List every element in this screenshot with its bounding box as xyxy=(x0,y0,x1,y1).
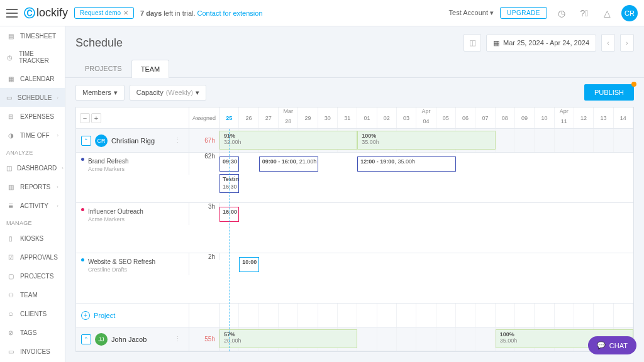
sidebar-item-label: TIMESHEET xyxy=(20,33,56,40)
chevron-right-icon: › xyxy=(57,203,58,209)
schedule-grid: − + Assigned 252627Mar28293031010203Apr0… xyxy=(75,107,634,352)
day-header: 31 xyxy=(338,107,357,128)
task-bar[interactable]: Testing...16:30 -... xyxy=(219,174,239,193)
page-title: Schedule xyxy=(75,36,123,50)
next-button[interactable]: › xyxy=(620,34,634,52)
add-project-label: Project xyxy=(94,312,115,319)
sidebar-item-clients[interactable]: ☺CLIENTS xyxy=(0,304,65,323)
timesheet-icon: ▤ xyxy=(6,31,15,40)
sidebar-item-time-off[interactable]: ◑TIME OFF› xyxy=(0,126,65,145)
trial-notice: 7 days left in trial. Contact for extens… xyxy=(140,9,262,17)
date-range-picker[interactable]: ▦ Mar 25, 2024 - Apr 24, 2024 xyxy=(486,35,596,52)
capacity-bar[interactable]: 100%35.00h xyxy=(357,131,495,150)
sidebar-item-activity[interactable]: ≣ACTIVITY› xyxy=(0,196,65,215)
user-row: ⌃CRChristian Rigg⋮ 67h 91%32.00h100%35.0… xyxy=(76,129,633,153)
chevron-right-icon: › xyxy=(57,184,58,190)
collapse-button[interactable]: ⌃ xyxy=(81,136,91,146)
upgrade-button[interactable]: UPGRADE xyxy=(500,7,547,19)
timer-icon[interactable]: ◷ xyxy=(553,5,570,21)
sidebar-item-time-tracker[interactable]: ◷TIME TRACKER xyxy=(0,45,65,69)
expand-all-button[interactable]: + xyxy=(91,113,101,123)
capacity-filter[interactable]: Capacity (Weekly) ▾ xyxy=(130,85,206,101)
day-header: Apr11 xyxy=(555,107,574,128)
section-analyze: ANALYZE xyxy=(0,145,65,158)
project-dot-icon xyxy=(81,158,84,161)
sidebar-item-label: KIOSKS xyxy=(20,235,43,242)
sidebar-item-reports[interactable]: ▥REPORTS› xyxy=(0,177,65,196)
sidebar-item-label: CLIENTS xyxy=(20,310,47,317)
task-bar[interactable]: 09:00 - 16:00, 21.00h xyxy=(259,156,318,172)
day-header: Mar28 xyxy=(279,107,298,128)
tab-projects[interactable]: PROJECTS xyxy=(75,59,131,77)
task-bar[interactable]: 09:30 -... xyxy=(219,156,239,172)
task-bar[interactable]: 16:00 -... xyxy=(219,207,239,222)
bell-icon[interactable]: △ xyxy=(599,5,615,21)
user-avatar: JJ xyxy=(95,333,108,346)
account-menu[interactable]: Test Account ▾ xyxy=(449,9,494,17)
sidebar-item-label: REPORTS xyxy=(20,184,50,190)
day-header: 03 xyxy=(397,107,416,128)
collapse-all-button[interactable]: − xyxy=(80,113,90,123)
day-header: 25 xyxy=(219,107,239,128)
row-menu-icon[interactable]: ⋮ xyxy=(172,335,184,343)
sidebar-item-label: INVOICES xyxy=(20,348,50,355)
tab-team[interactable]: TEAM xyxy=(131,60,170,78)
day-header: 13 xyxy=(594,107,613,128)
project-name: Website & SEO Refresh xyxy=(88,258,155,265)
add-project-row[interactable]: +Project xyxy=(76,304,633,327)
capacity-bar[interactable]: 57%20.00h xyxy=(219,329,357,348)
project-name: Brand Refresh xyxy=(88,158,128,165)
menu-icon[interactable] xyxy=(6,9,18,18)
day-header: Apr04 xyxy=(416,107,436,128)
sidebar-item-tags[interactable]: ⊘TAGS xyxy=(0,323,65,342)
contact-link[interactable]: Contact for extension xyxy=(197,9,263,17)
prev-button[interactable]: ‹ xyxy=(601,34,615,52)
user-name: Christian Rigg xyxy=(111,137,155,145)
sidebar-item-calendar[interactable]: ▦CALENDAR xyxy=(0,69,65,88)
sidebar-item-label: DASHBOARD xyxy=(17,165,57,172)
sidebar-item-label: APPROVALS xyxy=(20,254,58,261)
sidebar-item-dashboard[interactable]: ◫DASHBOARD› xyxy=(0,158,65,177)
sidebar-item-label: ACTIVITY xyxy=(20,202,48,209)
request-demo-button[interactable]: Request demo✕ xyxy=(74,7,134,19)
sidebar-item-projects[interactable]: ▢PROJECTS xyxy=(0,266,65,285)
top-bar: Ⓒlockify Request demo✕ 7 days left in tr… xyxy=(0,0,644,26)
chart-toggle-button[interactable]: ◫ xyxy=(464,34,481,52)
user-avatar: CR xyxy=(95,134,108,147)
collapse-button[interactable]: ⌃ xyxy=(81,334,91,344)
team-icon: ⚇ xyxy=(6,290,15,299)
publish-button[interactable]: PUBLISH xyxy=(584,84,634,101)
sidebar-item-schedule[interactable]: ▭SCHEDULE› xyxy=(0,88,65,107)
close-icon[interactable]: ✕ xyxy=(123,9,128,16)
chat-widget[interactable]: 💬 CHAT xyxy=(588,336,636,354)
help-icon[interactable]: ?⃝ xyxy=(576,5,592,21)
day-header: 12 xyxy=(574,107,594,128)
plus-icon: + xyxy=(81,311,90,320)
task-bar[interactable]: 12:00 - 19:00, 35.00h xyxy=(357,156,456,172)
day-header: 30 xyxy=(318,107,338,128)
members-filter[interactable]: Members ▾ xyxy=(75,85,125,101)
sidebar-item-timesheet[interactable]: ▤TIMESHEET xyxy=(0,26,65,45)
task-bar[interactable]: 10:00 -... xyxy=(239,257,258,272)
avatar[interactable]: CR xyxy=(621,5,638,21)
sidebar-item-label: TIME TRACKER xyxy=(19,50,58,64)
day-header: 14 xyxy=(614,107,633,128)
sidebar-item-label: PROJECTS xyxy=(20,273,53,280)
sidebar-item-expenses[interactable]: ⊟EXPENSES xyxy=(0,107,65,126)
sidebar-item-team[interactable]: ⚇TEAM xyxy=(0,285,65,304)
expenses-icon: ⊟ xyxy=(6,112,15,121)
capacity-bar[interactable]: 91%32.00h xyxy=(219,131,357,150)
sidebar-item-invoices[interactable]: ▭INVOICES xyxy=(0,342,65,361)
sidebar-item-kiosks[interactable]: ▯KIOSKS xyxy=(0,229,65,248)
project-row: Influencer OutreachAcme Markers 3h 16:00… xyxy=(76,203,633,253)
project-hours: 62h xyxy=(189,153,219,160)
day-header: 26 xyxy=(239,107,258,128)
project-row: Website & SEO RefreshCrestline Drafts 2h… xyxy=(76,253,633,304)
assigned-header: Assigned xyxy=(189,107,219,128)
row-menu-icon[interactable]: ⋮ xyxy=(172,136,184,145)
user-hours: 55h xyxy=(189,327,219,351)
sidebar-item-approvals[interactable]: ☑APPROVALS xyxy=(0,248,65,266)
day-header: 02 xyxy=(377,107,397,128)
day-header: 01 xyxy=(357,107,377,128)
chevron-right-icon: › xyxy=(57,95,58,101)
